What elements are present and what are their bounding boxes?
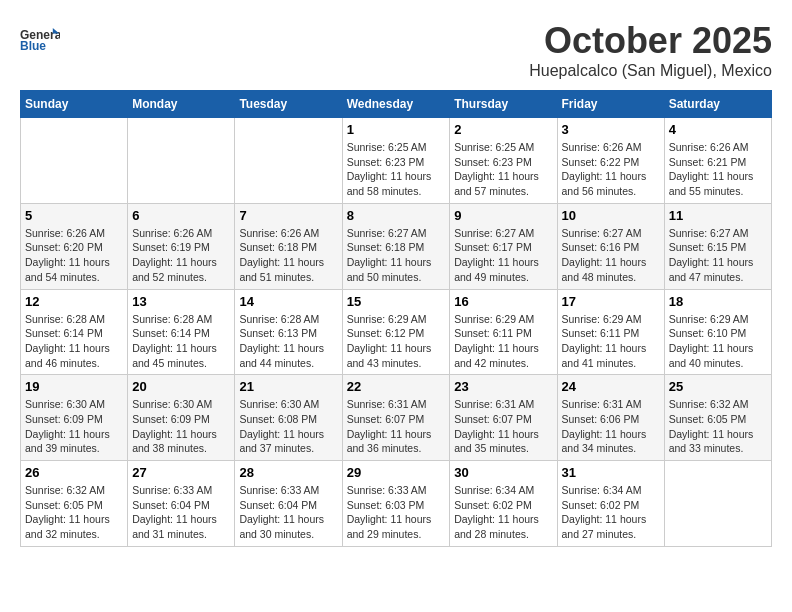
- day-number: 20: [132, 379, 230, 394]
- day-number: 19: [25, 379, 123, 394]
- cell-info: Sunrise: 6:30 AMSunset: 6:08 PMDaylight:…: [239, 397, 337, 456]
- calendar-cell: 2Sunrise: 6:25 AMSunset: 6:23 PMDaylight…: [450, 118, 557, 204]
- calendar-cell: 27Sunrise: 6:33 AMSunset: 6:04 PMDayligh…: [128, 461, 235, 547]
- cell-info: Sunrise: 6:27 AMSunset: 6:16 PMDaylight:…: [562, 226, 660, 285]
- day-number: 14: [239, 294, 337, 309]
- calendar-cell: 26Sunrise: 6:32 AMSunset: 6:05 PMDayligh…: [21, 461, 128, 547]
- cell-info: Sunrise: 6:27 AMSunset: 6:15 PMDaylight:…: [669, 226, 767, 285]
- cell-info: Sunrise: 6:32 AMSunset: 6:05 PMDaylight:…: [669, 397, 767, 456]
- day-number: 9: [454, 208, 552, 223]
- calendar-cell: 7Sunrise: 6:26 AMSunset: 6:18 PMDaylight…: [235, 203, 342, 289]
- calendar-table: SundayMondayTuesdayWednesdayThursdayFrid…: [20, 90, 772, 547]
- calendar-cell: 29Sunrise: 6:33 AMSunset: 6:03 PMDayligh…: [342, 461, 450, 547]
- calendar-cell: 5Sunrise: 6:26 AMSunset: 6:20 PMDaylight…: [21, 203, 128, 289]
- day-number: 31: [562, 465, 660, 480]
- calendar-cell: 24Sunrise: 6:31 AMSunset: 6:06 PMDayligh…: [557, 375, 664, 461]
- cell-info: Sunrise: 6:26 AMSunset: 6:19 PMDaylight:…: [132, 226, 230, 285]
- weekday-header-tuesday: Tuesday: [235, 91, 342, 118]
- calendar-cell: 12Sunrise: 6:28 AMSunset: 6:14 PMDayligh…: [21, 289, 128, 375]
- cell-info: Sunrise: 6:33 AMSunset: 6:04 PMDaylight:…: [132, 483, 230, 542]
- weekday-header-sunday: Sunday: [21, 91, 128, 118]
- calendar-cell: 31Sunrise: 6:34 AMSunset: 6:02 PMDayligh…: [557, 461, 664, 547]
- day-number: 16: [454, 294, 552, 309]
- day-number: 28: [239, 465, 337, 480]
- calendar-cell: 18Sunrise: 6:29 AMSunset: 6:10 PMDayligh…: [664, 289, 771, 375]
- logo: GeneralBlue: [20, 20, 60, 60]
- cell-info: Sunrise: 6:33 AMSunset: 6:04 PMDaylight:…: [239, 483, 337, 542]
- calendar-cell: [664, 461, 771, 547]
- day-number: 25: [669, 379, 767, 394]
- weekday-header-monday: Monday: [128, 91, 235, 118]
- day-number: 26: [25, 465, 123, 480]
- calendar-cell: 11Sunrise: 6:27 AMSunset: 6:15 PMDayligh…: [664, 203, 771, 289]
- calendar-cell: [235, 118, 342, 204]
- day-number: 5: [25, 208, 123, 223]
- cell-info: Sunrise: 6:33 AMSunset: 6:03 PMDaylight:…: [347, 483, 446, 542]
- cell-info: Sunrise: 6:26 AMSunset: 6:22 PMDaylight:…: [562, 140, 660, 199]
- calendar-cell: 23Sunrise: 6:31 AMSunset: 6:07 PMDayligh…: [450, 375, 557, 461]
- cell-info: Sunrise: 6:29 AMSunset: 6:10 PMDaylight:…: [669, 312, 767, 371]
- cell-info: Sunrise: 6:26 AMSunset: 6:21 PMDaylight:…: [669, 140, 767, 199]
- page-header: GeneralBlue October 2025 Huepalcalco (Sa…: [20, 20, 772, 80]
- cell-info: Sunrise: 6:30 AMSunset: 6:09 PMDaylight:…: [25, 397, 123, 456]
- cell-info: Sunrise: 6:29 AMSunset: 6:11 PMDaylight:…: [562, 312, 660, 371]
- day-number: 15: [347, 294, 446, 309]
- cell-info: Sunrise: 6:25 AMSunset: 6:23 PMDaylight:…: [454, 140, 552, 199]
- calendar-cell: 14Sunrise: 6:28 AMSunset: 6:13 PMDayligh…: [235, 289, 342, 375]
- cell-info: Sunrise: 6:28 AMSunset: 6:14 PMDaylight:…: [25, 312, 123, 371]
- day-number: 12: [25, 294, 123, 309]
- calendar-cell: 10Sunrise: 6:27 AMSunset: 6:16 PMDayligh…: [557, 203, 664, 289]
- day-number: 11: [669, 208, 767, 223]
- cell-info: Sunrise: 6:26 AMSunset: 6:18 PMDaylight:…: [239, 226, 337, 285]
- day-number: 17: [562, 294, 660, 309]
- calendar-cell: 8Sunrise: 6:27 AMSunset: 6:18 PMDaylight…: [342, 203, 450, 289]
- day-number: 13: [132, 294, 230, 309]
- calendar-cell: 9Sunrise: 6:27 AMSunset: 6:17 PMDaylight…: [450, 203, 557, 289]
- calendar-cell: 21Sunrise: 6:30 AMSunset: 6:08 PMDayligh…: [235, 375, 342, 461]
- day-number: 1: [347, 122, 446, 137]
- calendar-cell: 16Sunrise: 6:29 AMSunset: 6:11 PMDayligh…: [450, 289, 557, 375]
- title-block: October 2025 Huepalcalco (San Miguel), M…: [529, 20, 772, 80]
- day-number: 27: [132, 465, 230, 480]
- calendar-cell: 15Sunrise: 6:29 AMSunset: 6:12 PMDayligh…: [342, 289, 450, 375]
- day-number: 30: [454, 465, 552, 480]
- calendar-cell: 20Sunrise: 6:30 AMSunset: 6:09 PMDayligh…: [128, 375, 235, 461]
- calendar-cell: 6Sunrise: 6:26 AMSunset: 6:19 PMDaylight…: [128, 203, 235, 289]
- svg-text:Blue: Blue: [20, 39, 46, 53]
- calendar-cell: [128, 118, 235, 204]
- weekday-header-saturday: Saturday: [664, 91, 771, 118]
- month-title: October 2025: [529, 20, 772, 62]
- calendar-cell: 30Sunrise: 6:34 AMSunset: 6:02 PMDayligh…: [450, 461, 557, 547]
- calendar-week-row: 5Sunrise: 6:26 AMSunset: 6:20 PMDaylight…: [21, 203, 772, 289]
- cell-info: Sunrise: 6:34 AMSunset: 6:02 PMDaylight:…: [454, 483, 552, 542]
- day-number: 6: [132, 208, 230, 223]
- weekday-header-friday: Friday: [557, 91, 664, 118]
- calendar-cell: 19Sunrise: 6:30 AMSunset: 6:09 PMDayligh…: [21, 375, 128, 461]
- day-number: 3: [562, 122, 660, 137]
- cell-info: Sunrise: 6:25 AMSunset: 6:23 PMDaylight:…: [347, 140, 446, 199]
- cell-info: Sunrise: 6:27 AMSunset: 6:18 PMDaylight:…: [347, 226, 446, 285]
- weekday-header-row: SundayMondayTuesdayWednesdayThursdayFrid…: [21, 91, 772, 118]
- logo-icon: GeneralBlue: [20, 20, 60, 60]
- calendar-cell: 3Sunrise: 6:26 AMSunset: 6:22 PMDaylight…: [557, 118, 664, 204]
- cell-info: Sunrise: 6:31 AMSunset: 6:07 PMDaylight:…: [454, 397, 552, 456]
- calendar-cell: 4Sunrise: 6:26 AMSunset: 6:21 PMDaylight…: [664, 118, 771, 204]
- cell-info: Sunrise: 6:28 AMSunset: 6:14 PMDaylight:…: [132, 312, 230, 371]
- calendar-cell: 1Sunrise: 6:25 AMSunset: 6:23 PMDaylight…: [342, 118, 450, 204]
- cell-info: Sunrise: 6:32 AMSunset: 6:05 PMDaylight:…: [25, 483, 123, 542]
- day-number: 18: [669, 294, 767, 309]
- calendar-week-row: 1Sunrise: 6:25 AMSunset: 6:23 PMDaylight…: [21, 118, 772, 204]
- cell-info: Sunrise: 6:34 AMSunset: 6:02 PMDaylight:…: [562, 483, 660, 542]
- day-number: 29: [347, 465, 446, 480]
- weekday-header-wednesday: Wednesday: [342, 91, 450, 118]
- cell-info: Sunrise: 6:30 AMSunset: 6:09 PMDaylight:…: [132, 397, 230, 456]
- cell-info: Sunrise: 6:31 AMSunset: 6:06 PMDaylight:…: [562, 397, 660, 456]
- day-number: 21: [239, 379, 337, 394]
- day-number: 4: [669, 122, 767, 137]
- cell-info: Sunrise: 6:29 AMSunset: 6:11 PMDaylight:…: [454, 312, 552, 371]
- calendar-cell: [21, 118, 128, 204]
- location-title: Huepalcalco (San Miguel), Mexico: [529, 62, 772, 80]
- day-number: 23: [454, 379, 552, 394]
- calendar-cell: 28Sunrise: 6:33 AMSunset: 6:04 PMDayligh…: [235, 461, 342, 547]
- calendar-week-row: 26Sunrise: 6:32 AMSunset: 6:05 PMDayligh…: [21, 461, 772, 547]
